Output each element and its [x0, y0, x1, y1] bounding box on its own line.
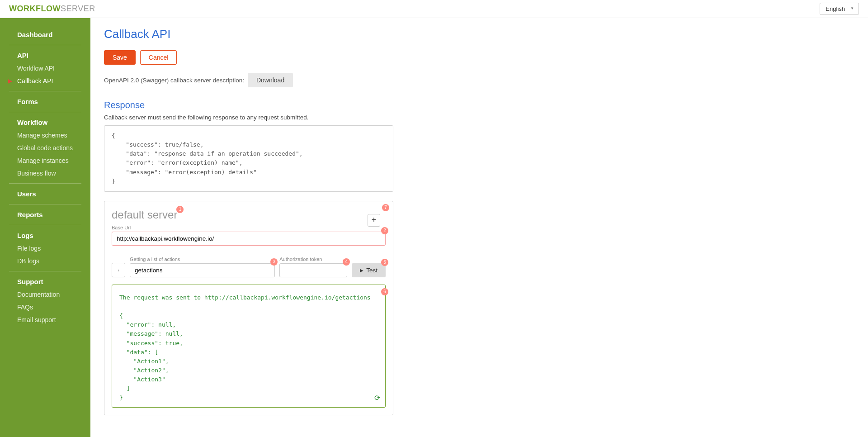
server-panel: default server 1 + 7 Base Url 2 › [104, 201, 393, 415]
sidebar-item-email-support[interactable]: Email support [0, 314, 90, 326]
auth-token-label: Authorization token [279, 256, 347, 262]
sidebar-item-global-code-actions[interactable]: Global code actions [0, 142, 90, 154]
divider [9, 112, 81, 112]
sidebar-item-file-logs[interactable]: File logs [0, 242, 90, 255]
add-server-button[interactable]: + [368, 214, 380, 227]
server-name: default server [112, 209, 177, 221]
page-title: Callback API [104, 27, 854, 41]
test-button-label: Test [366, 267, 377, 274]
badge-3: 3 [270, 258, 278, 266]
response-section-title: Response [104, 100, 393, 110]
sidebar-head-dashboard[interactable]: Dashboard [0, 27, 90, 41]
test-button[interactable]: ▶ Test [352, 263, 386, 277]
sidebar-head-api[interactable]: API [0, 47, 90, 62]
save-button[interactable]: Save [104, 50, 136, 65]
logo-bold: WORKFLOW [9, 4, 61, 13]
play-icon: ▶ [360, 268, 363, 273]
swagger-text: OpenAPI 2.0 (Swagger) callback server de… [104, 77, 244, 84]
server-response-output: The request was sent to http://callbacka… [112, 285, 386, 408]
swagger-row: OpenAPI 2.0 (Swagger) callback server de… [104, 73, 854, 87]
auth-token-input[interactable] [279, 263, 347, 277]
language-selector[interactable]: English [820, 3, 859, 15]
sidebar-item-business-flow[interactable]: Business flow [0, 167, 90, 180]
divider [9, 45, 81, 45]
sidebar: Dashboard API Workflow API Callback API … [0, 18, 90, 437]
sidebar-item-documentation[interactable]: Documentation [0, 288, 90, 301]
badge-7: 7 [382, 204, 389, 211]
refresh-icon[interactable]: ⟳ [374, 394, 380, 402]
sidebar-head-logs[interactable]: Logs [0, 227, 90, 242]
expand-toggle[interactable]: › [112, 263, 125, 277]
sidebar-item-faqs[interactable]: FAQs [0, 301, 90, 314]
divider [9, 91, 81, 91]
divider [9, 183, 81, 184]
sidebar-item-db-logs[interactable]: DB logs [0, 255, 90, 267]
logo-light: SERVER [61, 4, 95, 13]
sidebar-item-manage-instances[interactable]: Manage instances [0, 154, 90, 167]
sidebar-head-support[interactable]: Support [0, 273, 90, 288]
topbar: WORKFLOWSERVER English [0, 0, 868, 18]
sidebar-head-forms[interactable]: Forms [0, 93, 90, 108]
action-list-input[interactable] [130, 263, 275, 277]
divider [9, 225, 81, 225]
base-url-input[interactable] [112, 232, 386, 246]
main-content: Callback API Save Cancel OpenAPI 2.0 (Sw… [90, 18, 868, 437]
badge-1: 1 [176, 206, 184, 213]
base-url-label: Base Url [112, 225, 386, 230]
sidebar-item-workflow-api[interactable]: Workflow API [0, 62, 90, 75]
action-list-label: Getting a list of actions [130, 256, 275, 262]
divider [9, 271, 81, 271]
divider [9, 204, 81, 204]
response-section-desc: Callback server must send the following … [104, 114, 393, 121]
sidebar-head-workflow[interactable]: Workflow [0, 114, 90, 129]
sidebar-item-callback-api[interactable]: Callback API [0, 75, 90, 87]
cancel-button[interactable]: Cancel [140, 50, 177, 65]
logo: WORKFLOWSERVER [9, 4, 95, 14]
sidebar-item-manage-schemes[interactable]: Manage schemes [0, 129, 90, 142]
action-row: › Getting a list of actions 3 Authorizat… [112, 253, 386, 277]
badge-4: 4 [343, 258, 350, 266]
badge-5: 5 [381, 259, 388, 266]
button-row: Save Cancel [104, 50, 854, 65]
sidebar-head-users[interactable]: Users [0, 185, 90, 200]
badge-6: 6 [381, 288, 388, 295]
badge-2: 2 [381, 227, 388, 234]
sidebar-head-reports[interactable]: Reports [0, 206, 90, 221]
response-example-code: { "success": true/false, "data": "respon… [104, 125, 393, 192]
download-button[interactable]: Download [248, 73, 293, 87]
